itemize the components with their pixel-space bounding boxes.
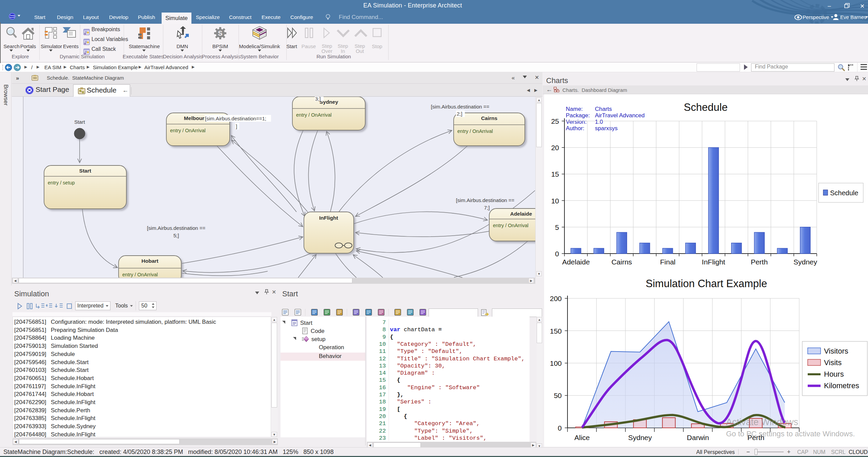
svg-text:Go to PC settings to activate: Go to PC settings to activate Windows. [726,430,855,438]
svg-text:Melbour: Melbour [184,115,204,121]
svg-text:[sim.Airbus.destination ==: [sim.Airbus.destination == [456,197,515,203]
svg-text:1.0: 1.0 [595,119,603,125]
svg-text:Visits: Visits [824,358,842,367]
svg-text:Visitors: Visitors [824,347,848,355]
svg-text:Start: Start [74,119,85,125]
svg-text:Hobart: Hobart [142,258,159,264]
svg-text:0: 0 [555,250,559,258]
svg-text:entry / OnArrival: entry / OnArrival [296,112,332,118]
svg-text:AirTravel Advanced: AirTravel Advanced [595,112,645,119]
svg-text:2;]: 2;] [457,111,462,117]
svg-text:0: 0 [558,424,562,432]
svg-text:Author:: Author: [566,125,584,132]
svg-text:Sydney: Sydney [628,434,652,441]
svg-text:Perth: Perth [751,258,768,266]
svg-text:5: 5 [555,223,559,231]
svg-text:entry / OnArrival: entry / OnArrival [170,128,206,133]
svg-text:Adelaide: Adelaide [510,211,532,217]
svg-text:[sim.Airbus.destination ==: [sim.Airbus.destination == [431,104,490,110]
svg-text:entry / OnArrival: entry / OnArrival [457,128,493,134]
svg-text:Package:: Package: [566,112,590,119]
svg-text:150: 150 [550,327,562,335]
svg-text:[sim.Airbus.destination==1;: [sim.Airbus.destination==1; [205,116,266,121]
svg-text:Adelaide: Adelaide [562,258,590,266]
svg-text:200: 200 [550,295,562,302]
svg-text:Name:: Name: [566,106,583,112]
svg-text:Kilometres: Kilometres [824,381,859,390]
svg-text:S: S [218,29,222,37]
svg-text:Final: Final [660,258,676,266]
svg-text:entry / OnArrival: entry / OnArrival [122,272,158,277]
svg-text:entry / setup: entry / setup [48,180,75,185]
svg-text:InFlight: InFlight [319,215,338,221]
svg-text:10: 10 [551,197,559,205]
svg-text:Activate Windows: Activate Windows [726,417,798,427]
svg-text:5;]: 5;] [173,233,179,238]
svg-text:InFlight: InFlight [702,258,725,266]
svg-text:Cairns: Cairns [612,258,632,266]
svg-text:Version:: Version: [566,119,586,125]
svg-text:]: ] [236,123,237,129]
svg-text:Schedule: Schedule [684,101,727,113]
svg-text:Darwin: Darwin [687,434,709,441]
svg-text:[sim.Airbus.destination ==: [sim.Airbus.destination == [147,225,206,231]
svg-text:50: 50 [554,392,562,399]
svg-text:Start: Start [79,168,91,174]
svg-text:Alice: Alice [574,434,590,441]
svg-text:25: 25 [551,117,559,125]
svg-text:entry / OnArrival: entry / OnArrival [493,223,529,228]
svg-text:Hours: Hours [824,370,844,378]
svg-text:sparxsys: sparxsys [595,125,618,132]
svg-text:Charts: Charts [595,106,612,112]
svg-text:15: 15 [551,170,559,178]
svg-text:Schedule: Schedule [830,189,858,197]
svg-text:7;]: 7;] [484,205,490,211]
svg-text:Simulation Chart Example: Simulation Chart Example [646,278,767,290]
svg-text:100: 100 [550,359,562,367]
svg-text:3;]: 3;] [315,97,321,102]
svg-text:20: 20 [551,144,559,152]
svg-text:Sydney: Sydney [793,258,818,266]
svg-text:Cairns: Cairns [481,115,497,121]
